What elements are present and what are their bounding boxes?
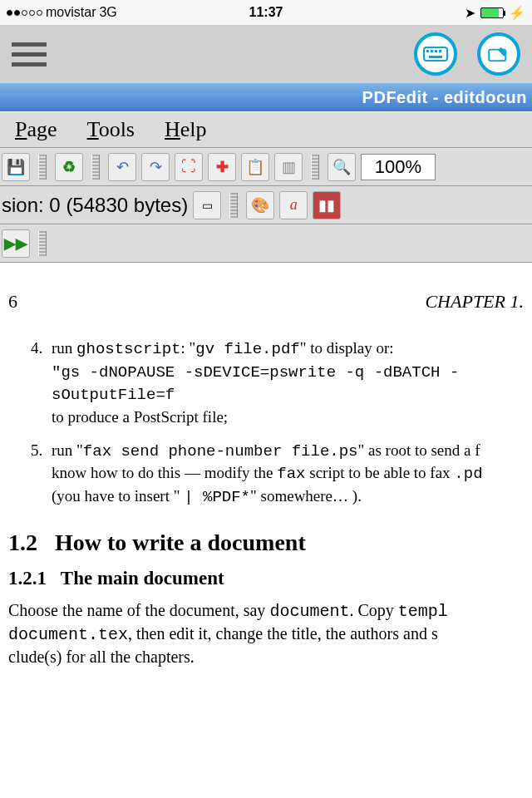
- signal-icon: [7, 10, 42, 16]
- reload-icon[interactable]: ♻: [55, 153, 83, 181]
- redo-icon[interactable]: ↷: [141, 153, 170, 181]
- clock: 11:37: [249, 5, 283, 20]
- status-right: ➤ ⚡: [283, 5, 525, 21]
- carrier-label: movistar: [46, 5, 96, 20]
- toolbar-grip: [38, 155, 47, 180]
- ios-toolbar: [0, 25, 532, 83]
- battery-icon: [480, 7, 504, 18]
- toolbar-grip: [229, 193, 238, 218]
- svg-rect-2: [431, 50, 433, 52]
- toolbar-nav: ▶▶: [0, 224, 532, 263]
- ios-status-bar: movistar 3G 11:37 ➤ ⚡: [0, 0, 532, 25]
- page-number: 6: [8, 291, 17, 313]
- toolbar-grip: [38, 231, 47, 256]
- status-left: movistar 3G: [7, 5, 249, 20]
- network-label: 3G: [99, 5, 116, 20]
- toolbar-grip: [91, 155, 100, 180]
- svg-rect-4: [439, 50, 441, 52]
- location-icon: ➤: [465, 5, 475, 21]
- collapse-icon[interactable]: ▭: [193, 191, 221, 219]
- list-item: run ghostscript: "gv file.pdf" to displa…: [47, 337, 527, 428]
- palette-icon[interactable]: 🎨: [246, 191, 274, 219]
- menu-tools[interactable]: Tools: [87, 117, 135, 142]
- column-icon[interactable]: ▮▮: [313, 191, 341, 219]
- menu-page[interactable]: Page: [15, 117, 57, 142]
- chapter-label: CHAPTER 1.: [425, 291, 524, 313]
- svg-rect-5: [429, 56, 442, 58]
- menu-help[interactable]: Help: [165, 117, 207, 142]
- svg-rect-1: [426, 50, 429, 52]
- toolbar-main: 💾 ♻ ↶ ↷ ⛶ ✚ 📋 ▥ 🔍 100%: [0, 148, 532, 186]
- keyboard-button[interactable]: [414, 32, 457, 76]
- paste-icon[interactable]: 📋: [241, 153, 269, 181]
- add-icon[interactable]: ✚: [208, 153, 236, 181]
- edit-icon: [486, 46, 511, 62]
- hamburger-icon[interactable]: [12, 42, 47, 66]
- doc-list: run ghostscript: "gv file.pdf" to displa…: [5, 337, 527, 508]
- forward-icon[interactable]: ▶▶: [2, 229, 30, 258]
- keyboard-icon: [423, 46, 448, 62]
- document-page: 6 CHAPTER 1. run ghostscript: "gv file.p…: [0, 263, 532, 668]
- menubar: Page Tools Help: [0, 111, 532, 148]
- revision-label: sion: 0 (54830 bytes): [2, 194, 188, 217]
- zoom-field[interactable]: 100%: [361, 154, 436, 180]
- fullscreen-icon[interactable]: ⛶: [175, 153, 203, 181]
- zoom-icon[interactable]: 🔍: [328, 153, 356, 181]
- edit-button[interactable]: [477, 32, 520, 76]
- paragraph: Choose the name of the document, say doc…: [5, 599, 527, 668]
- svg-rect-0: [424, 47, 447, 61]
- page-icon[interactable]: ▥: [274, 153, 303, 181]
- window-title: PDFedit - editdocun: [0, 83, 532, 111]
- font-icon[interactable]: a: [279, 191, 308, 219]
- toolbar-grip: [311, 155, 319, 180]
- undo-icon[interactable]: ↶: [108, 153, 136, 181]
- subsection-heading: 1.2.1 The main document: [8, 568, 527, 589]
- toolbar-info: sion: 0 (54830 bytes) ▭ 🎨 a ▮▮: [0, 186, 532, 224]
- section-heading: 1.2 How to write a document: [8, 530, 527, 556]
- charging-icon: ⚡: [509, 5, 525, 21]
- save-icon[interactable]: 💾: [2, 153, 30, 181]
- list-item: run "fax send phone-number file.ps" as r…: [47, 440, 527, 509]
- svg-rect-3: [435, 50, 437, 52]
